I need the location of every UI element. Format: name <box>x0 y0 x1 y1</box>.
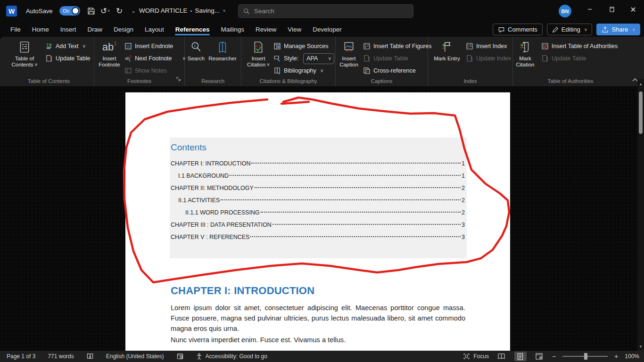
researcher-button[interactable]: Researcher <box>206 40 239 62</box>
add-text-button[interactable]: Add Text <box>45 40 90 52</box>
footnotes-dialog-launcher-icon[interactable] <box>176 75 181 83</box>
search-label: Search <box>188 56 205 62</box>
toc-entry-text: II.1.1 WORD PROCESSING <box>185 209 260 216</box>
toc-entry[interactable]: I.1 BACKGROUND 1 <box>171 173 465 185</box>
insert-citation-label: Insert Citation <box>247 56 265 67</box>
svg-text:i: i <box>194 43 195 48</box>
insert-endnote-button[interactable]: [i] Insert Endnote <box>124 40 185 52</box>
autosave-label: AutoSave <box>26 8 52 15</box>
scrollbar-thumb[interactable] <box>639 91 643 134</box>
zoom-out-button[interactable]: − <box>552 353 556 360</box>
print-layout-icon[interactable] <box>514 352 527 361</box>
autosave-toggle[interactable]: On <box>59 6 80 16</box>
tab-insert[interactable]: Insert <box>55 23 82 36</box>
toc-entry[interactable]: CHAPTER III : DATA PRESENTATION 3 <box>171 222 465 234</box>
insert-table-of-authorities-button[interactable]: Insert Table of Authorities <box>541 40 618 52</box>
toc-entry[interactable]: II.1 ACTIVITIES 2 <box>171 197 465 209</box>
toc-entry[interactable]: CHAPTER I: INTRODUCTION 1 <box>171 160 465 173</box>
comments-button[interactable]: Comments <box>493 24 543 35</box>
toc-entry[interactable]: CHAPTER II: METHODOLOGY 2 <box>171 185 465 197</box>
bibliography-button[interactable]: Bibliography <box>273 65 334 77</box>
tab-mailings[interactable]: Mailings <box>215 23 250 36</box>
update-table-icon: ! <box>363 55 371 62</box>
researcher-icon <box>216 40 229 54</box>
dot-leader <box>250 236 461 237</box>
next-footnote-button[interactable]: ab1 Next Footnote <box>124 52 185 65</box>
tab-draw[interactable]: Draw <box>82 23 108 36</box>
toggle-knob-icon <box>72 7 79 15</box>
document-page[interactable]: Contents CHAPTER I: INTRODUCTION 1 I.1 B… <box>125 92 510 351</box>
web-layout-icon[interactable] <box>533 352 545 361</box>
zoom-slider-thumb[interactable] <box>584 353 587 360</box>
undo-icon[interactable]: ↺˅ <box>98 5 112 17</box>
svg-text:!: ! <box>546 57 547 62</box>
tab-layout[interactable]: Layout <box>139 23 170 36</box>
insert-caption-button[interactable]: Insert Caption <box>334 40 364 68</box>
save-icon[interactable] <box>84 5 98 17</box>
word-count[interactable]: 771 words <box>48 353 74 360</box>
word-window: W AutoSave On ↺˅ ↻ ⌄ WORD ARTICLE Saving… <box>0 0 644 362</box>
update-table-authorities-button: ! Update Table <box>541 52 618 65</box>
zoom-level[interactable]: 100% <box>625 353 639 360</box>
footnote-icon: ab1 <box>102 40 117 54</box>
maximize-button[interactable] <box>601 0 622 19</box>
vertical-scrollbar[interactable]: ▲ ▼ <box>637 79 644 351</box>
scroll-down-icon[interactable]: ▼ <box>637 345 644 349</box>
tab-design[interactable]: Design <box>108 23 139 36</box>
minimize-button[interactable]: − <box>579 0 601 19</box>
scroll-up-icon[interactable]: ▲ <box>637 82 644 86</box>
avatar[interactable]: BN <box>559 5 571 17</box>
tab-developer[interactable]: Developer <box>307 23 347 36</box>
style-dropdown[interactable]: APA <box>303 53 334 64</box>
group-research: i Search Researcher Research <box>185 37 241 86</box>
read-mode-icon[interactable] <box>495 352 508 361</box>
cross-reference-button[interactable]: Cross-reference <box>363 65 431 77</box>
mark-entry-button[interactable]: Mark Entry <box>432 40 462 62</box>
zoom-slider[interactable] <box>562 356 608 357</box>
insert-footnote-label: Insert Footnote <box>94 56 124 68</box>
search-bar[interactable] <box>238 4 413 18</box>
mark-citation-button[interactable]: Mark Citation <box>510 40 540 68</box>
update-table-label: Update Table <box>56 55 90 62</box>
paragraph: Nunc viverra imperdiet enim. Fusce est. … <box>171 335 465 345</box>
comment-icon <box>498 26 505 33</box>
tab-references[interactable]: References <box>170 23 215 36</box>
reading-history[interactable] <box>176 353 184 360</box>
autosave-state: On <box>63 8 69 14</box>
insert-endnote-label: Insert Endnote <box>135 43 173 49</box>
insert-citation-button[interactable]: (–) Insert Citation <box>243 40 273 68</box>
table-of-contents-button[interactable]: Table of Contents <box>9 40 40 68</box>
language-indicator[interactable]: English (United States) <box>106 353 164 360</box>
search-input[interactable] <box>254 8 396 15</box>
tab-view[interactable]: View <box>282 23 307 36</box>
manage-sources-icon <box>273 42 281 50</box>
tab-review[interactable]: Review <box>250 23 282 36</box>
editing-mode-button[interactable]: Editing <box>547 24 593 35</box>
insert-table-of-figures-button[interactable]: Insert Table of Figures <box>363 40 431 52</box>
manage-sources-button[interactable]: Manage Sources <box>273 40 334 52</box>
word-app-icon[interactable]: W <box>6 6 17 16</box>
share-button[interactable]: Share <box>596 24 640 35</box>
group-label: Index <box>428 78 512 84</box>
svg-text:!: ! <box>50 57 51 62</box>
toc-entry-page: 2 <box>462 185 465 191</box>
document-canvas[interactable]: Contents CHAPTER I: INTRODUCTION 1 I.1 B… <box>0 86 637 351</box>
toc-entry[interactable]: II.1.1 WORD PROCESSING 2 <box>171 209 465 222</box>
insert-index-button[interactable]: Insert Index <box>466 40 511 52</box>
tab-file[interactable]: File <box>5 23 26 36</box>
zoom-in-button[interactable]: + <box>614 353 618 360</box>
update-table-authorities-label: Update Table <box>552 55 586 62</box>
add-text-icon <box>45 42 53 50</box>
accessibility-status[interactable]: Accessibility: Good to go <box>196 353 267 360</box>
insert-footnote-button[interactable]: ab1 Insert Footnote <box>94 40 124 68</box>
tab-home[interactable]: Home <box>26 23 55 36</box>
focus-button[interactable]: Focus <box>463 353 489 360</box>
toc-entry[interactable]: CHAPTER V : REFERENCES 3 <box>171 234 465 246</box>
proofing-status[interactable] <box>86 353 94 360</box>
customize-qat-icon[interactable]: ⌄ <box>126 5 140 17</box>
document-title[interactable]: WORD ARTICLE Saving... ˅ <box>139 7 225 14</box>
redo-icon[interactable]: ↻ <box>112 5 126 17</box>
update-table-button[interactable]: ! Update Table <box>45 52 90 65</box>
close-button[interactable]: ✕ <box>622 0 644 19</box>
page-indicator[interactable]: Page 1 of 3 <box>7 353 35 360</box>
